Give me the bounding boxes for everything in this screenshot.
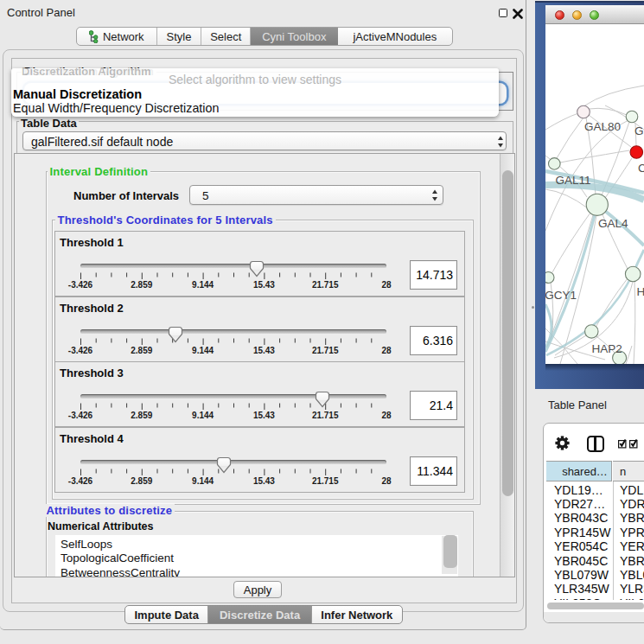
svg-text:C: C <box>638 162 644 175</box>
svg-text:GAL4: GAL4 <box>598 217 628 230</box>
svg-text:G.: G. <box>634 124 644 137</box>
svg-text:GAL80: GAL80 <box>584 120 621 133</box>
svg-text:GAL11: GAL11 <box>556 174 591 187</box>
svg-text:HAP2: HAP2 <box>592 342 622 355</box>
svg-text:H: H <box>637 285 644 298</box>
svg-text:GCY1: GCY1 <box>545 289 577 302</box>
